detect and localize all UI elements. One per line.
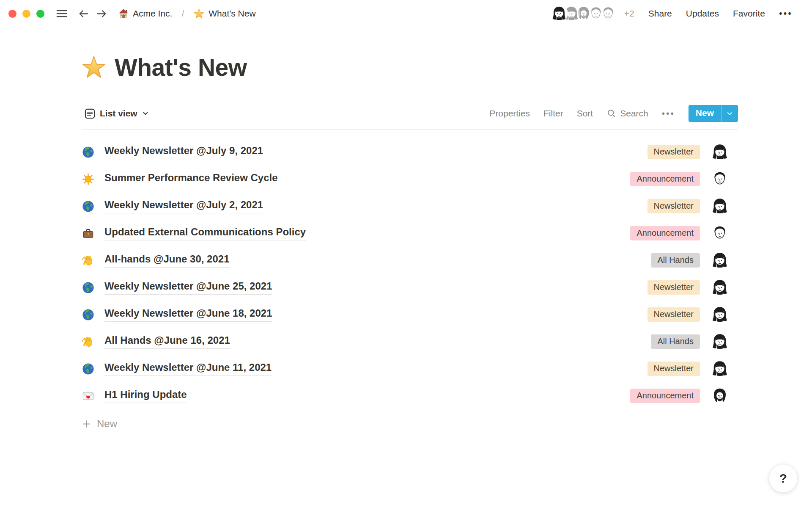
category-tag[interactable]: Newsletter: [647, 307, 700, 322]
new-button[interactable]: New: [689, 105, 721, 122]
new-row-button[interactable]: New: [82, 416, 738, 431]
sidebar-toggle-icon[interactable]: [55, 7, 68, 20]
category-tag[interactable]: Announcement: [630, 389, 700, 403]
page-link-title[interactable]: Weekly Newsletter @July 2, 2021: [104, 199, 263, 213]
sun-icon: [82, 172, 98, 186]
sort-button[interactable]: Sort: [577, 108, 593, 119]
globe-icon: [82, 145, 98, 159]
close-window-button[interactable]: [8, 10, 16, 18]
page-header: What's New: [82, 53, 812, 81]
search-label: Search: [620, 108, 648, 119]
category-tag[interactable]: Newsletter: [647, 199, 700, 213]
share-button[interactable]: Share: [648, 8, 672, 19]
wave-icon: [82, 253, 98, 268]
category-tag[interactable]: Newsletter: [647, 145, 700, 159]
author-avatar[interactable]: [711, 279, 729, 296]
list-item[interactable]: Weekly Newsletter @June 11, 2021 Newslet…: [82, 355, 738, 382]
properties-button[interactable]: Properties: [489, 108, 530, 119]
forward-arrow-icon[interactable]: [96, 8, 108, 20]
page-link-title[interactable]: Summer Performance Review Cycle: [104, 172, 278, 186]
new-row-container: New: [82, 416, 738, 431]
globe-icon: [82, 280, 98, 295]
minimize-window-button[interactable]: [22, 10, 30, 18]
globe-icon: [82, 362, 98, 376]
breadcrumb-page-name: What's New: [208, 8, 255, 19]
author-avatar[interactable]: [711, 251, 729, 269]
page-link-title[interactable]: Updated External Communications Policy: [104, 226, 306, 240]
help-label: ?: [779, 471, 787, 486]
author-avatar[interactable]: [711, 387, 729, 405]
view-toolbar: List view Properties Filter Sort Search …: [82, 105, 738, 130]
list-item[interactable]: Weekly Newsletter @July 9, 2021 Newslett…: [82, 138, 738, 166]
list-item[interactable]: Weekly Newsletter @June 25, 2021 Newslet…: [82, 274, 738, 301]
favorite-button[interactable]: Favorite: [733, 8, 765, 19]
briefcase-icon: [82, 226, 98, 240]
member-avatar[interactable]: [551, 6, 567, 22]
breadcrumb-separator: /: [179, 8, 187, 19]
help-button[interactable]: ?: [769, 464, 798, 493]
list-item[interactable]: H1 Hiring Update Announcement: [82, 382, 738, 409]
author-avatar[interactable]: [711, 306, 729, 323]
category-tag[interactable]: Newsletter: [647, 280, 700, 295]
search-icon: [606, 108, 617, 119]
window-controls: [8, 10, 44, 18]
category-tag[interactable]: Newsletter: [647, 362, 700, 376]
list-body: Weekly Newsletter @July 9, 2021 Newslett…: [82, 130, 738, 409]
breadcrumb-page[interactable]: What's New: [191, 7, 258, 21]
house-icon: [118, 8, 129, 19]
new-row-label: New: [97, 418, 117, 430]
page-link-title[interactable]: H1 Hiring Update: [104, 389, 187, 403]
zoom-window-button[interactable]: [36, 10, 44, 18]
chevron-down-icon: [142, 110, 149, 117]
list-item[interactable]: All-hands @June 30, 2021 All Hands: [82, 247, 738, 274]
breadcrumb-workspace[interactable]: Acme Inc.: [115, 7, 175, 20]
list-item[interactable]: Summer Performance Review Cycle Announce…: [82, 166, 738, 193]
page-link-title[interactable]: Weekly Newsletter @July 9, 2021: [104, 145, 263, 159]
list-item[interactable]: Weekly Newsletter @June 18, 2021 Newslet…: [82, 301, 738, 328]
page-star-icon[interactable]: [82, 55, 106, 80]
view-label: List view: [100, 108, 137, 119]
titlebar: Acme Inc. / What's New +2 Share Updates …: [0, 0, 812, 27]
author-avatar[interactable]: [711, 170, 729, 188]
page-link-title[interactable]: All-hands @June 30, 2021: [104, 253, 230, 268]
author-avatar[interactable]: [711, 197, 729, 215]
page-link-title[interactable]: All Hands @June 16, 2021: [104, 334, 230, 349]
wave-icon: [82, 334, 98, 349]
view-switcher[interactable]: List view: [82, 106, 152, 121]
category-tag[interactable]: Announcement: [630, 172, 700, 186]
search-button[interactable]: Search: [606, 108, 648, 119]
more-options-icon[interactable]: •••: [779, 9, 793, 18]
updates-button[interactable]: Updates: [686, 8, 719, 19]
author-avatar[interactable]: [711, 333, 729, 351]
breadcrumb: Acme Inc. / What's New: [115, 7, 258, 21]
workspace-name: Acme Inc.: [133, 8, 172, 19]
list-item[interactable]: All Hands @June 16, 2021 All Hands: [82, 328, 738, 355]
view-options-icon[interactable]: •••: [662, 108, 675, 119]
star-icon: [193, 8, 205, 19]
category-tag[interactable]: All Hands: [651, 334, 700, 349]
page-title[interactable]: What's New: [115, 53, 247, 81]
globe-icon: [82, 199, 98, 213]
page-link-title[interactable]: Weekly Newsletter @June 11, 2021: [104, 362, 272, 376]
list-view-icon: [84, 108, 96, 119]
author-avatar[interactable]: [711, 143, 729, 161]
plus-icon: [82, 419, 91, 429]
love-letter-icon: [82, 389, 98, 403]
globe-icon: [82, 307, 98, 322]
category-tag[interactable]: Announcement: [630, 226, 700, 240]
back-arrow-icon[interactable]: [77, 8, 90, 20]
author-avatar[interactable]: [711, 224, 729, 242]
page-link-title[interactable]: Weekly Newsletter @June 18, 2021: [104, 307, 272, 322]
page-link-title[interactable]: Weekly Newsletter @June 25, 2021: [104, 280, 272, 295]
avatar-stack: [551, 6, 616, 22]
category-tag[interactable]: All Hands: [651, 253, 700, 268]
filter-button[interactable]: Filter: [543, 108, 563, 119]
list-item[interactable]: Updated External Communications Policy A…: [82, 220, 738, 247]
list-item[interactable]: Weekly Newsletter @July 2, 2021 Newslett…: [82, 193, 738, 220]
new-button-dropdown[interactable]: [721, 105, 738, 122]
avatar-overflow-count[interactable]: +2: [624, 8, 634, 19]
new-button-group: New: [689, 105, 738, 122]
chevron-down-icon: [726, 110, 734, 118]
author-avatar[interactable]: [711, 360, 729, 378]
